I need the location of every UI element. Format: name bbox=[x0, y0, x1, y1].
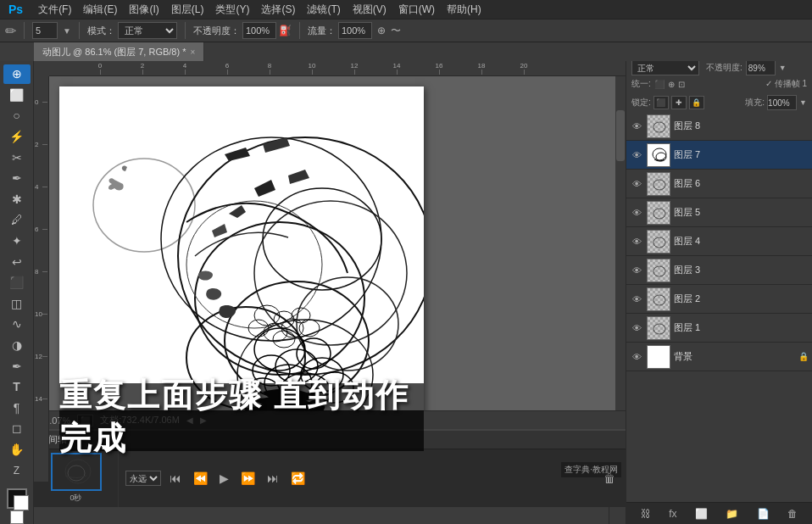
menu-filter[interactable]: 滤镜(T) bbox=[302, 1, 345, 19]
hand-tool[interactable]: ✋ bbox=[3, 440, 31, 460]
unite-2[interactable]: ⊕ bbox=[668, 80, 675, 89]
foreground-color[interactable] bbox=[7, 488, 27, 509]
blur-tool[interactable]: ∿ bbox=[3, 315, 31, 334]
quick-selection-tool[interactable]: ⚡ bbox=[3, 127, 31, 147]
next-frame-button[interactable]: ⏩ bbox=[237, 470, 259, 487]
new-group-button[interactable]: 📁 bbox=[722, 506, 742, 521]
dodge-tool[interactable]: ◑ bbox=[3, 336, 31, 355]
document-close-button[interactable]: × bbox=[191, 47, 196, 57]
layer-item[interactable]: 👁 图层 3 bbox=[626, 256, 812, 285]
blend-mode-select[interactable]: 正常 bbox=[118, 22, 177, 39]
layer-visibility-icon[interactable]: 👁 bbox=[630, 293, 643, 306]
path-selection-tool[interactable]: ¶ bbox=[3, 399, 31, 418]
smoothing-icon[interactable]: 〜 bbox=[391, 24, 401, 38]
fill-dropdown[interactable]: ▼ bbox=[799, 98, 807, 107]
menu-window[interactable]: 窗口(W) bbox=[393, 1, 440, 19]
crop-tool[interactable]: ✂ bbox=[3, 148, 31, 167]
rectangular-marquee-tool[interactable]: ⬜ bbox=[3, 86, 31, 105]
add-mask-button[interactable]: ⬜ bbox=[692, 506, 711, 521]
brush-picker-icon[interactable]: ▼ bbox=[63, 26, 71, 36]
ruler-h-mark-16: 16 bbox=[436, 62, 443, 70]
pen-tool[interactable]: ✒ bbox=[3, 356, 31, 376]
layer-visibility-icon[interactable]: 👁 bbox=[630, 235, 643, 248]
play-button[interactable]: ▶ bbox=[216, 470, 232, 487]
document-tab-bar: 动图儿 @ 86.1% (图层 7, RGB/8) * × bbox=[34, 42, 812, 61]
menu-select[interactable]: 选择(S) bbox=[256, 1, 300, 19]
mode-label: 模式： bbox=[87, 25, 115, 37]
layer-visibility-icon[interactable]: 👁 bbox=[630, 350, 643, 364]
shape-tool[interactable]: ◻ bbox=[3, 419, 31, 438]
layer-item[interactable]: 👁 图层 7 bbox=[626, 141, 812, 170]
prev-frame-button[interactable]: ⏪ bbox=[190, 470, 211, 487]
brush-size-input[interactable] bbox=[32, 22, 58, 39]
layer-visibility-icon[interactable]: 👁 bbox=[630, 206, 643, 220]
delete-layer-button[interactable]: 🗑 bbox=[784, 506, 801, 521]
brush-tool[interactable]: 🖊 bbox=[3, 210, 31, 230]
svg-rect-41 bbox=[648, 259, 670, 282]
forward-button[interactable]: ⏭ bbox=[264, 470, 282, 487]
svg-point-20 bbox=[254, 305, 280, 326]
rewind-button[interactable]: ⏮ bbox=[166, 470, 185, 487]
menu-file[interactable]: 文件(F) bbox=[33, 1, 76, 19]
unite-position[interactable]: ⬛ bbox=[654, 80, 665, 89]
layer-item[interactable]: 👁 图层 4 bbox=[626, 227, 812, 256]
type-tool[interactable]: T bbox=[3, 377, 31, 397]
layer-item[interactable]: 👁背景🔒 bbox=[626, 343, 812, 371]
document-tab[interactable]: 动图儿 @ 86.1% (图层 7, RGB/8) * × bbox=[34, 42, 204, 61]
zoom-tool[interactable]: Z bbox=[3, 460, 31, 480]
layer-item[interactable]: 👁 图层 5 bbox=[626, 198, 812, 227]
layer-visibility-icon[interactable]: 👁 bbox=[630, 264, 643, 277]
background-color[interactable] bbox=[10, 510, 24, 524]
fx-button[interactable]: fx bbox=[665, 506, 680, 521]
blend-mode-select[interactable]: 正常 bbox=[631, 60, 699, 75]
opacity-airbrush-icon[interactable]: ⛽ bbox=[279, 25, 292, 36]
clone-stamp-tool[interactable]: ✦ bbox=[3, 231, 31, 251]
background-lock-icon: 🔒 bbox=[798, 352, 809, 361]
loop-toggle[interactable]: 🔁 bbox=[287, 470, 309, 487]
ruler-h-mark-20: 20 bbox=[520, 62, 528, 70]
menu-type[interactable]: 类型(Y) bbox=[210, 1, 254, 19]
new-layer-button[interactable]: 📄 bbox=[754, 506, 773, 521]
opacity-value-input[interactable] bbox=[746, 60, 776, 75]
layer-item[interactable]: 👁 图层 2 bbox=[626, 285, 812, 314]
lock-position-button[interactable]: ✚ bbox=[671, 96, 687, 109]
fill-value-input[interactable] bbox=[767, 95, 797, 110]
eyedropper-tool[interactable]: ✒ bbox=[3, 169, 31, 188]
layer-item[interactable]: 👁 图层 6 bbox=[626, 170, 812, 198]
layer-item[interactable]: 👁 图层 1 bbox=[626, 314, 812, 343]
eraser-tool[interactable]: ⬛ bbox=[3, 273, 31, 293]
ruler-h-mark-18: 18 bbox=[478, 62, 486, 70]
flow-input[interactable] bbox=[338, 22, 372, 39]
loop-select[interactable]: 永远 bbox=[125, 471, 161, 486]
ruler-corner bbox=[34, 61, 49, 76]
layer-item[interactable]: 👁 图层 8 bbox=[626, 112, 812, 141]
healing-brush-tool[interactable]: ✱ bbox=[3, 190, 31, 209]
menu-help[interactable]: 帮助(H) bbox=[442, 1, 487, 19]
move-tool[interactable]: ⊕ bbox=[3, 64, 31, 84]
unite-3[interactable]: ⊡ bbox=[678, 80, 685, 89]
watermark-text: 查字典·教程网 bbox=[565, 465, 618, 474]
menu-layer[interactable]: 图层(L) bbox=[166, 1, 209, 19]
menu-view[interactable]: 视图(V) bbox=[348, 1, 392, 19]
opacity-input[interactable] bbox=[242, 22, 276, 39]
propagate-label[interactable]: ✓ 传播帧 1 bbox=[765, 78, 807, 90]
layer-thumbnail bbox=[647, 114, 670, 138]
lasso-tool[interactable]: ○ bbox=[3, 106, 31, 125]
opacity-dropdown[interactable]: ▼ bbox=[779, 64, 787, 72]
vertical-ruler: 0 2 4 6 8 10 12 14 bbox=[34, 76, 49, 482]
tablet-pressure-icon[interactable]: ⊕ bbox=[377, 25, 386, 36]
layer-visibility-icon[interactable]: 👁 bbox=[630, 148, 643, 162]
link-layers-button[interactable]: ⛓ bbox=[637, 506, 654, 521]
menu-edit[interactable]: 编辑(E) bbox=[78, 1, 122, 19]
menu-image[interactable]: 图像(I) bbox=[124, 1, 164, 19]
document-canvas[interactable]: 重复上面步骤 直到动作完成 bbox=[59, 86, 424, 451]
gradient-tool[interactable]: ◫ bbox=[3, 294, 31, 314]
layer-visibility-icon[interactable]: 👁 bbox=[630, 177, 643, 191]
svg-rect-39 bbox=[648, 231, 670, 254]
horizontal-ruler: 0 2 4 6 8 10 12 14 16 18 20 bbox=[49, 61, 626, 76]
history-brush-tool[interactable]: ↩ bbox=[3, 252, 31, 271]
layer-visibility-icon[interactable]: 👁 bbox=[630, 120, 643, 133]
lock-pixels-button[interactable]: ⬛ bbox=[653, 96, 669, 109]
layer-visibility-icon[interactable]: 👁 bbox=[630, 321, 643, 335]
lock-all-button[interactable]: 🔒 bbox=[689, 96, 704, 109]
